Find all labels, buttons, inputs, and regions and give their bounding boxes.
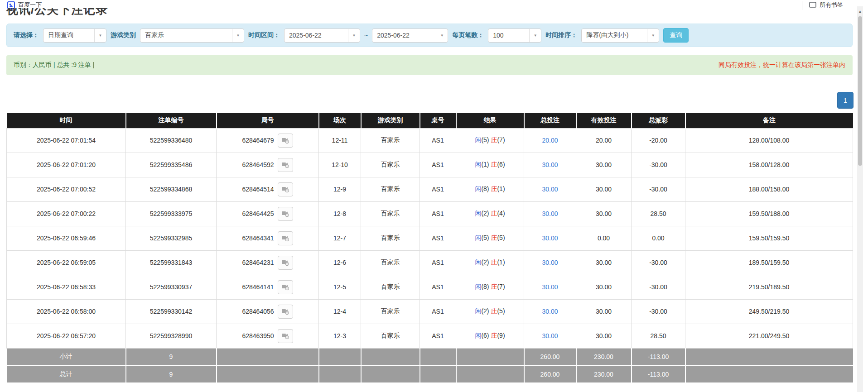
chevron-down-icon: ▼: [232, 29, 244, 42]
video-replay-button[interactable]: [278, 207, 293, 221]
total-payout: -113.00: [632, 365, 685, 382]
total-bet-cell: 30.00: [524, 250, 576, 275]
video-replay-icon: [281, 307, 289, 316]
filter-toolbar: 请选择： 日期查询 ▼ 游戏类别 百家乐 ▼ 时间区间： 2025-06-22 …: [6, 24, 853, 47]
game-category-cell: 百家乐: [361, 226, 420, 250]
total-bet-cell: 20.00: [524, 128, 576, 153]
result-cell: 闲(2) 庄(1): [456, 250, 524, 275]
table-row: 2025-06-22 07:00:52 522599334868 6284645…: [7, 177, 853, 201]
table-number-cell: AS1: [420, 128, 456, 153]
video-replay-icon: [281, 136, 289, 145]
table-body: 2025-06-22 07:01:54 522599336480 6284646…: [7, 128, 853, 348]
bookmarks-bar-divider: [802, 1, 802, 10]
game-category-cell: 百家乐: [361, 153, 420, 177]
remark-cell: 188.00/158.00: [685, 177, 853, 201]
remark-cell: 189.50/159.50: [685, 250, 853, 275]
player-result-label: 闲: [475, 258, 481, 266]
video-replay-button[interactable]: [278, 134, 293, 148]
total-bet-cell: 30.00: [524, 226, 576, 250]
query-type-select[interactable]: 日期查询 ▼: [43, 29, 106, 43]
bet-number-cell: 522599330937: [126, 275, 217, 299]
total-bet-link[interactable]: 30.00: [542, 283, 558, 291]
subtotal-label: 小计: [7, 348, 126, 365]
folder-icon: [809, 1, 816, 9]
round-number-cell: 628464141: [217, 275, 319, 299]
table-number-cell: AS1: [420, 275, 456, 299]
session-cell: 12-8: [319, 201, 361, 226]
video-replay-button[interactable]: [278, 182, 293, 196]
notice-text: 同局有效投注，统一计算在该局第一张注单内: [719, 61, 845, 69]
column-header: 场次: [319, 113, 361, 128]
total-bet-link[interactable]: 30.00: [542, 259, 558, 266]
video-replay-button[interactable]: [278, 256, 293, 270]
page-button-1[interactable]: 1: [837, 92, 854, 109]
bet-number-cell: 522599336480: [126, 128, 217, 153]
date-from-select[interactable]: 2025-06-22 ▼: [284, 29, 360, 43]
per-page-label: 每页笔数：: [452, 31, 484, 39]
chevron-down-icon: ▼: [348, 29, 360, 42]
bet-number-cell: 522599331843: [126, 250, 217, 275]
scroll-up-arrow-icon[interactable]: ▲: [857, 8, 863, 14]
video-replay-button[interactable]: [278, 231, 293, 245]
subtotal-row: 小计 9 260.00 230.00 -113.00: [7, 348, 853, 365]
result-cell: 闲(1) 庄(6): [456, 153, 524, 177]
column-header: 注单编号: [126, 113, 217, 128]
video-replay-button[interactable]: [278, 329, 293, 343]
pagination: 1: [837, 92, 854, 109]
player-result-label: 闲: [475, 136, 481, 143]
bet-number-cell: 522599333975: [126, 201, 217, 226]
all-bookmarks-button[interactable]: 所有书签: [809, 1, 843, 9]
total-bet-link[interactable]: 30.00: [542, 234, 558, 242]
player-result-label: 闲: [475, 210, 481, 217]
total-bet-link[interactable]: 30.00: [542, 210, 558, 217]
total-bet-cell: 30.00: [524, 201, 576, 226]
total-total-bet: 260.00: [524, 365, 576, 382]
result-cell: 闲(6) 庄(9): [456, 324, 524, 348]
total-label: 总计: [7, 365, 126, 382]
total-bet-link[interactable]: 20.00: [542, 137, 558, 144]
time-cell: 2025-06-22 06:59:05: [7, 250, 126, 275]
page-title-clipped: 视讯/公关下注记录: [6, 8, 278, 18]
chevron-down-icon: ▼: [94, 29, 106, 42]
player-result-label: 闲: [475, 307, 481, 315]
valid-bet-cell: 0.00: [576, 226, 632, 250]
column-header: 桌号: [420, 113, 456, 128]
table-header-row: 时间注单编号局号场次游戏类别桌号结果总投注有效投注总派彩备注: [7, 113, 853, 128]
total-bet-link[interactable]: 30.00: [542, 186, 558, 193]
total-bet-link[interactable]: 30.00: [542, 332, 558, 339]
total-bet-link[interactable]: 30.00: [542, 308, 558, 315]
currency-total-text: 币别：人民币 | 总共 :9 注单 |: [14, 61, 94, 69]
video-replay-icon: [281, 282, 289, 292]
banker-result-label: 庄: [491, 258, 497, 266]
page-size-select[interactable]: 100 ▼: [488, 29, 541, 43]
banker-result-label: 庄: [491, 210, 497, 217]
column-header: 局号: [217, 113, 319, 128]
game-category-select[interactable]: 百家乐 ▼: [140, 29, 244, 43]
game-category-cell: 百家乐: [361, 299, 420, 324]
video-replay-button[interactable]: [278, 158, 293, 172]
game-category-label: 游戏类别: [111, 31, 136, 39]
bet-number-cell: 522599334868: [126, 177, 217, 201]
time-sort-select[interactable]: 降幂(由大到小) ▼: [581, 29, 659, 43]
total-bet-link[interactable]: 30.00: [542, 161, 558, 168]
payout-cell: -30.00: [632, 153, 685, 177]
scrollbar-thumb[interactable]: [858, 16, 862, 166]
time-cell: 2025-06-22 07:01:54: [7, 128, 126, 153]
video-replay-button[interactable]: [278, 280, 293, 294]
table-row: 2025-06-22 07:01:20 522599335486 6284645…: [7, 153, 853, 177]
total-valid-bet: 230.00: [576, 365, 632, 382]
session-cell: 12-4: [319, 299, 361, 324]
video-replay-icon: [281, 234, 289, 243]
result-cell: 闲(5) 庄(5): [456, 226, 524, 250]
payout-cell: -30.00: [632, 299, 685, 324]
banker-result-label: 庄: [491, 283, 497, 290]
game-category-cell: 百家乐: [361, 177, 420, 201]
valid-bet-cell: 30.00: [576, 201, 632, 226]
date-to-select[interactable]: 2025-06-22 ▼: [372, 29, 448, 43]
search-button[interactable]: 查询: [663, 28, 689, 43]
total-bet-cell: 30.00: [524, 299, 576, 324]
column-header: 总投注: [524, 113, 576, 128]
column-header: 游戏类别: [361, 113, 420, 128]
round-number-cell: 628463950: [217, 324, 319, 348]
video-replay-button[interactable]: [278, 305, 293, 319]
